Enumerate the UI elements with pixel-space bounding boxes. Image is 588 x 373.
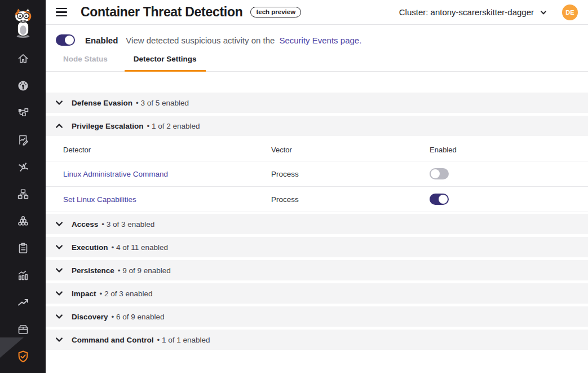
package-box-icon — [16, 323, 30, 336]
clipboard-icon — [16, 242, 30, 255]
detector-sections: Defense Evasion • 3 of 5 enabled Privile… — [46, 72, 588, 373]
section-command-and-control[interactable]: Command and Control • 1 of 1 enabled — [46, 330, 588, 350]
top-bar: Container Threat Detection tech preview … — [46, 0, 588, 25]
chevron-down-icon — [55, 312, 64, 321]
section-privilege-escalation[interactable]: Privilege Escalation • 1 of 2 enabled — [46, 116, 588, 136]
section-summary: • 4 of 11 enabled — [112, 243, 169, 252]
vector-value: Process — [271, 170, 430, 178]
app-logo[interactable] — [0, 0, 46, 40]
chevron-down-icon — [540, 8, 547, 16]
section-name: Defense Evasion — [72, 99, 132, 107]
section-summary: • 3 of 3 enabled — [101, 220, 154, 229]
enable-row: Enabled View detected suspicious activit… — [46, 25, 588, 54]
sidebar-nav — [0, 45, 46, 370]
section-discovery[interactable]: Discovery • 6 of 9 enabled — [46, 306, 588, 327]
sidebar-item-packages[interactable] — [0, 316, 46, 343]
chevron-down-icon — [55, 243, 64, 252]
app-window: Container Threat Detection tech preview … — [0, 0, 588, 373]
toggle-knob — [65, 36, 74, 45]
chevron-down-icon — [55, 98, 64, 107]
page-title: Container Threat Detection — [81, 5, 242, 20]
col-vector: Vector — [271, 146, 430, 154]
chevron-down-icon — [55, 220, 64, 229]
chevron-down-icon — [55, 335, 64, 344]
home-icon — [16, 52, 30, 65]
enabled-label: Enabled — [85, 36, 118, 45]
section-execution[interactable]: Execution • 4 of 11 enabled — [46, 237, 588, 257]
shield-check-icon — [16, 349, 30, 364]
cat-mascot-icon — [10, 7, 36, 38]
section-name: Privilege Escalation — [72, 122, 144, 130]
chevron-up-icon — [55, 121, 64, 130]
workloads-cluster-icon — [16, 214, 30, 228]
tech-preview-badge: tech preview — [250, 7, 301, 17]
section-name: Discovery — [72, 313, 108, 321]
sidebar-item-security[interactable] — [0, 343, 46, 370]
metrics-chart-icon — [16, 269, 30, 282]
detector-table: Detector Vector Enabled Linux Administra… — [46, 139, 588, 212]
col-enabled: Enabled — [430, 146, 588, 154]
user-avatar[interactable]: DE — [562, 5, 578, 20]
main-area: Container Threat Detection tech preview … — [46, 0, 588, 373]
section-name: Execution — [72, 243, 108, 252]
vector-value: Process — [271, 195, 430, 204]
tab-detector-settings[interactable]: Detector Settings — [134, 54, 197, 71]
section-defense-evasion[interactable]: Defense Evasion • 3 of 5 enabled — [46, 93, 588, 113]
col-detector: Detector — [63, 146, 271, 154]
menu-button[interactable] — [56, 6, 68, 19]
hamburger-icon — [56, 8, 67, 10]
trend-arrow-icon — [16, 296, 30, 309]
sidebar-item-compliance[interactable] — [0, 235, 46, 262]
sidebar-item-sitemap[interactable] — [0, 181, 46, 208]
tab-bar: Node Status Detector Settings — [46, 54, 588, 72]
section-name: Persistence — [72, 266, 114, 275]
section-name: Impact — [72, 289, 96, 298]
chevron-down-icon — [55, 266, 64, 275]
section-summary: • 6 of 9 enabled — [112, 313, 165, 321]
section-impact[interactable]: Impact • 2 of 3 enabled — [46, 283, 588, 304]
sidebar-item-home[interactable] — [0, 45, 46, 72]
sidebar-item-reports[interactable] — [0, 126, 46, 153]
sidebar-item-workloads[interactable] — [0, 208, 46, 235]
detector-link-linux-administrative-command[interactable]: Linux Administrative Command — [63, 170, 168, 178]
detection-enabled-toggle[interactable] — [56, 34, 75, 46]
topology-icon — [16, 106, 30, 120]
section-name: Access — [72, 220, 98, 229]
gauge-icon — [16, 79, 30, 93]
toggle-knob — [439, 195, 448, 204]
security-events-link[interactable]: Security Events page. — [279, 36, 361, 45]
section-name: Command and Control — [72, 336, 154, 344]
sidebar-item-trends[interactable] — [0, 289, 46, 316]
cluster-selector[interactable]: Cluster: antony-scarerskitter-dagger — [399, 7, 547, 17]
sidebar-item-network[interactable] — [0, 153, 46, 181]
table-row: Set Linux Capabilities Process — [46, 187, 588, 212]
cluster-selector-label: Cluster: antony-scarerskitter-dagger — [399, 7, 534, 17]
section-access[interactable]: Access • 3 of 3 enabled — [46, 214, 588, 234]
section-summary: • 2 of 3 enabled — [100, 289, 153, 298]
sitemap-icon — [16, 187, 30, 201]
sidebar — [0, 0, 46, 373]
control-bar: Enabled View detected suspicious activit… — [46, 25, 588, 72]
section-summary: • 9 of 9 enabled — [118, 266, 171, 275]
detector-link-set-linux-capabilities[interactable]: Set Linux Capabilities — [63, 195, 136, 204]
table-header: Detector Vector Enabled — [46, 139, 588, 161]
sidebar-item-topology[interactable] — [0, 99, 46, 126]
report-edit-icon — [16, 133, 30, 147]
sidebar-item-metrics[interactable] — [0, 262, 46, 289]
detector-toggle[interactable] — [430, 168, 449, 179]
table-row: Linux Administrative Command Process — [46, 161, 588, 187]
tab-node-status[interactable]: Node Status — [63, 54, 108, 71]
sidebar-item-dashboard[interactable] — [0, 72, 46, 99]
network-graph-icon — [16, 160, 30, 174]
section-summary: • 1 of 1 enabled — [157, 336, 210, 344]
enabled-description: View detected suspicious activity on the — [126, 36, 275, 45]
section-persistence[interactable]: Persistence • 9 of 9 enabled — [46, 260, 588, 280]
chevron-down-icon — [55, 289, 64, 298]
section-summary: • 1 of 2 enabled — [147, 122, 200, 130]
toggle-knob — [431, 169, 440, 178]
section-summary: • 3 of 5 enabled — [136, 99, 189, 107]
detector-toggle[interactable] — [430, 194, 449, 205]
